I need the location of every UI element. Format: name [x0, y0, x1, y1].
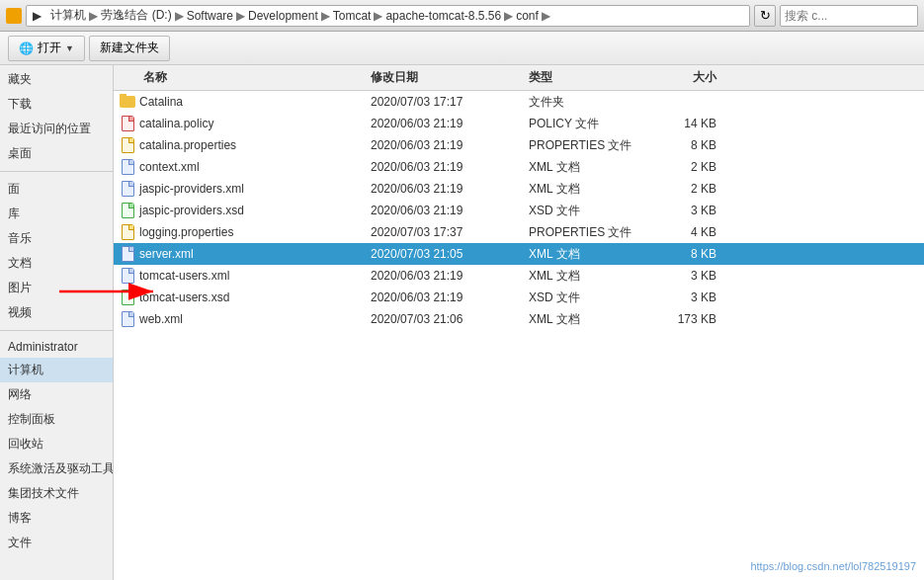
sidebar-item-administrator[interactable]: Administrator: [0, 336, 113, 358]
sidebar-item-documents[interactable]: 文档: [0, 251, 113, 276]
sidebar-item-favorites[interactable]: 藏夹: [0, 67, 113, 92]
file-name: context.xml: [114, 159, 371, 175]
open-icon: 🌐: [19, 41, 34, 55]
file-name: jaspic-providers.xsd: [114, 203, 371, 218]
file-type: XML 文档: [529, 246, 657, 263]
xml-icon: [120, 181, 135, 197]
breadcrumb-tomcat[interactable]: Tomcat: [333, 9, 372, 23]
breadcrumb-root: ▶: [33, 9, 42, 23]
sidebar-item-videos[interactable]: 视频: [0, 300, 113, 325]
breadcrumb-dev[interactable]: Development: [248, 9, 318, 23]
watermark: https://blog.csdn.net/lol782519197: [750, 560, 916, 572]
sidebar-item-recycle-bin[interactable]: 回收站: [0, 432, 113, 456]
col-header-name[interactable]: 名称: [114, 69, 371, 86]
sidebar-item-music[interactable]: 音乐: [0, 226, 113, 251]
file-date: 2020/06/03 21:19: [371, 204, 529, 217]
file-row[interactable]: catalina.policy 2020/06/03 21:19 POLICY …: [114, 113, 924, 134]
sidebar-item-recent[interactable]: 最近访问的位置: [0, 117, 113, 141]
search-bar[interactable]: [780, 5, 918, 27]
sidebar-divider-2: [0, 330, 113, 331]
file-name: web.xml: [114, 311, 371, 327]
file-name: tomcat-users.xsd: [114, 290, 371, 305]
open-dropdown-arrow[interactable]: ▼: [65, 43, 74, 53]
file-date: 2020/07/03 21:05: [371, 247, 529, 261]
file-date: 2020/06/03 21:19: [371, 290, 529, 304]
xml-icon: [120, 159, 135, 175]
file-size: 2 KB: [657, 182, 726, 196]
file-name: catalina.properties: [114, 137, 371, 153]
window-icon: [6, 8, 22, 24]
file-type: POLICY 文件: [529, 116, 657, 132]
col-header-type[interactable]: 类型: [529, 69, 657, 86]
file-row[interactable]: logging.properties 2020/07/03 17:37 PROP…: [114, 221, 924, 243]
file-size: 3 KB: [657, 204, 726, 217]
file-row[interactable]: web.xml 2020/07/03 21:06 XML 文档 173 KB: [114, 308, 924, 330]
file-pane: 名称 修改日期 类型 大小 Catalina 2020/07/03 17:17 …: [114, 65, 924, 580]
column-header: 名称 修改日期 类型 大小: [114, 65, 924, 91]
file-date: 2020/06/03 21:19: [371, 269, 529, 283]
refresh-button[interactable]: ↻: [754, 5, 776, 27]
breadcrumb-apache[interactable]: apache-tomcat-8.5.56: [385, 9, 501, 23]
xml-icon: [120, 246, 135, 262]
desktop-label: 桌面: [8, 145, 32, 162]
xml-icon: [120, 268, 135, 284]
sidebar-item-control-panel[interactable]: 控制面板: [0, 407, 113, 432]
file-row[interactable]: tomcat-users.xml 2020/06/03 21:19 XML 文档…: [114, 265, 924, 287]
file-date: 2020/07/03 17:37: [371, 225, 529, 239]
col-header-size[interactable]: 大小: [657, 69, 726, 86]
file-name: logging.properties: [114, 224, 371, 240]
props-icon: [120, 224, 135, 240]
sidebar-item-face[interactable]: 面: [0, 177, 113, 202]
search-input[interactable]: [785, 9, 913, 23]
file-name: catalina.policy: [114, 116, 371, 131]
file-type: XML 文档: [529, 268, 657, 285]
file-date: 2020/06/03 21:19: [371, 117, 529, 130]
file-date: 2020/06/03 21:19: [371, 160, 529, 174]
recent-label: 最近访问的位置: [8, 121, 91, 137]
file-type: XSD 文件: [529, 203, 657, 219]
sidebar-item-library[interactable]: 库: [0, 202, 113, 226]
open-button[interactable]: 🌐 打开 ▼: [8, 36, 85, 61]
sidebar-item-pictures[interactable]: 图片: [0, 276, 113, 300]
sidebar-item-enterprise-files[interactable]: 集团技术文件: [0, 481, 113, 506]
sidebar-divider-1: [0, 171, 113, 172]
file-row[interactable]: tomcat-users.xsd 2020/06/03 21:19 XSD 文件…: [114, 287, 924, 308]
file-row[interactable]: Catalina 2020/07/03 17:17 文件夹: [114, 91, 924, 113]
sidebar-item-downloads[interactable]: 下载: [0, 92, 113, 117]
file-row[interactable]: context.xml 2020/06/03 21:19 XML 文档 2 KB: [114, 156, 924, 178]
col-header-date[interactable]: 修改日期: [371, 69, 529, 86]
file-name: jaspic-providers.xml: [114, 181, 371, 197]
breadcrumb-computer[interactable]: 计算机: [50, 7, 86, 24]
sidebar-favorites: 藏夹 下载 最近访问的位置 桌面: [0, 65, 113, 168]
file-size: 14 KB: [657, 117, 726, 130]
sidebar-item-system-tools[interactable]: 系统激活及驱动工具: [0, 456, 113, 481]
file-type: XSD 文件: [529, 290, 657, 306]
sidebar-item-files[interactable]: 文件: [0, 531, 113, 555]
file-size: 8 KB: [657, 138, 726, 152]
breadcrumb-software[interactable]: Software: [187, 9, 233, 23]
favorites-label: 藏夹: [8, 71, 32, 88]
sidebar-item-computer[interactable]: 计算机: [0, 358, 113, 382]
file-row[interactable]: catalina.properties 2020/06/03 21:19 PRO…: [114, 134, 924, 156]
file-row[interactable]: server.xml 2020/07/03 21:05 XML 文档 8 KB: [114, 243, 924, 265]
file-type: XML 文档: [529, 159, 657, 176]
file-size: 8 KB: [657, 247, 726, 261]
file-type: XML 文档: [529, 311, 657, 328]
sidebar-item-blog[interactable]: 博客: [0, 506, 113, 531]
file-size: 173 KB: [657, 312, 726, 326]
file-size: 3 KB: [657, 290, 726, 304]
breadcrumb-bar[interactable]: ▶ 计算机 ▶ 劳逸结合 (D:) ▶ Software ▶ Developme…: [26, 5, 750, 27]
file-date: 2020/07/03 17:17: [371, 95, 529, 109]
file-date: 2020/06/03 21:19: [371, 138, 529, 152]
file-row[interactable]: jaspic-providers.xsd 2020/06/03 21:19 XS…: [114, 200, 924, 221]
sidebar-item-network[interactable]: 网络: [0, 382, 113, 407]
file-row[interactable]: jaspic-providers.xml 2020/06/03 21:19 XM…: [114, 178, 924, 200]
file-type: PROPERTIES 文件: [529, 137, 657, 154]
sidebar-item-desktop[interactable]: 桌面: [0, 141, 113, 166]
new-folder-button[interactable]: 新建文件夹: [89, 36, 170, 61]
breadcrumb-conf[interactable]: conf: [516, 9, 539, 23]
folder-icon: [120, 94, 135, 110]
title-bar: ▶ 计算机 ▶ 劳逸结合 (D:) ▶ Software ▶ Developme…: [0, 0, 924, 32]
xsd-icon: [120, 290, 135, 305]
breadcrumb-drive[interactable]: 劳逸结合 (D:): [101, 7, 171, 24]
